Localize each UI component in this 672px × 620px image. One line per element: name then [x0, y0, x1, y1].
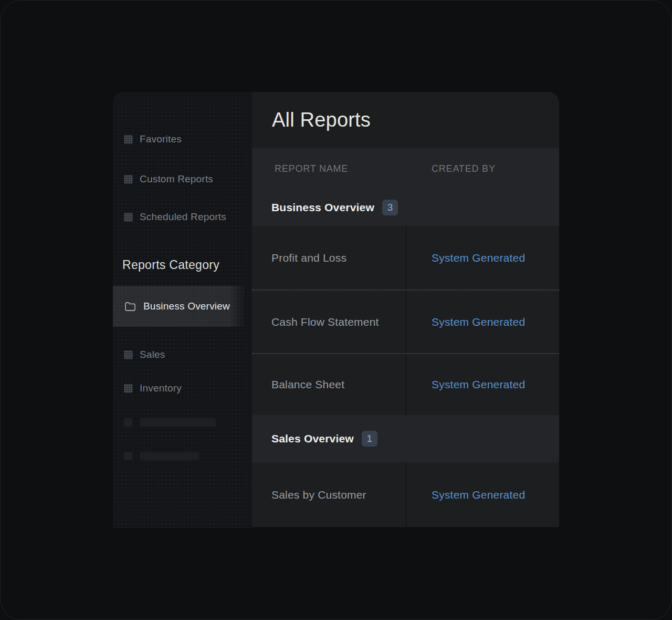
sidebar-item-business-overview-selected[interactable]: Business Overview: [113, 286, 245, 327]
group-count-badge: 3: [382, 200, 398, 215]
table-header-block: REPORT NAME CREATED BY Business Overview…: [252, 148, 559, 226]
sidebar-skeleton-item: [124, 452, 199, 460]
favorites-icon: [124, 135, 133, 144]
sidebar-item-label: Sales: [140, 349, 165, 360]
skeleton-icon: [124, 418, 132, 427]
sidebar-item-label: Favorites: [140, 133, 182, 145]
sidebar-item-scheduled-reports[interactable]: Scheduled Reports: [124, 210, 226, 224]
page-title: All Reports: [272, 109, 371, 131]
sidebar-item-label: Inventory: [140, 383, 182, 394]
skeleton-bar: [140, 452, 199, 460]
sidebar-item-label: Custom Reports: [140, 173, 213, 185]
column-header-created-by: CREATED BY: [406, 163, 559, 174]
group-row-business-overview[interactable]: Business Overview 3: [252, 189, 559, 226]
table-row[interactable]: Cash Flow Statement System Generated: [252, 290, 559, 353]
report-name-cell[interactable]: Balance Sheet: [252, 354, 406, 415]
group-row-sales-overview[interactable]: Sales Overview 1: [252, 415, 559, 462]
sidebar-item-label: Scheduled Reports: [140, 211, 226, 223]
sidebar-item-sales[interactable]: Sales: [124, 347, 165, 362]
table-row[interactable]: Sales by Customer System Generated: [252, 462, 559, 527]
reports-main: All Reports REPORT NAME CREATED BY Busin…: [252, 92, 559, 528]
table-row[interactable]: Profit and Loss System Generated: [252, 226, 559, 290]
reports-category-heading: Reports Category: [122, 258, 219, 272]
table-header-row: REPORT NAME CREATED BY: [252, 148, 559, 189]
sidebar: Favorites Custom Reports Scheduled Repor…: [113, 92, 252, 528]
sidebar-item-custom-reports[interactable]: Custom Reports: [124, 172, 213, 187]
report-name-cell[interactable]: Sales by Customer: [252, 462, 406, 527]
sidebar-item-favorites[interactable]: Favorites: [124, 132, 182, 147]
column-header-report-name: REPORT NAME: [252, 163, 406, 174]
skeleton-icon: [124, 452, 132, 460]
group-name: Business Overview: [271, 201, 374, 214]
group-name: Sales Overview: [271, 432, 354, 445]
created-by-cell: System Generated: [406, 226, 559, 290]
sidebar-item-inventory[interactable]: Inventory: [124, 381, 182, 396]
sidebar-selected-label: Business Overview: [143, 301, 230, 312]
created-by-link[interactable]: System Generated: [432, 378, 525, 391]
scheduled-reports-icon: [124, 213, 133, 222]
created-by-link[interactable]: System Generated: [432, 316, 525, 328]
sidebar-skeleton-item: [124, 418, 216, 427]
custom-reports-icon: [124, 175, 133, 184]
created-by-link[interactable]: System Generated: [432, 252, 525, 264]
folder-icon: [124, 302, 136, 312]
created-by-cell: System Generated: [406, 462, 559, 527]
inventory-icon: [124, 384, 133, 393]
reports-panel: Favorites Custom Reports Scheduled Repor…: [113, 92, 559, 528]
created-by-cell: System Generated: [406, 354, 559, 415]
skeleton-bar: [140, 418, 216, 427]
created-by-cell: System Generated: [406, 291, 559, 353]
main-header: All Reports: [252, 92, 559, 148]
created-by-link[interactable]: System Generated: [432, 489, 525, 501]
report-name-cell[interactable]: Profit and Loss: [252, 226, 406, 290]
report-name-cell[interactable]: Cash Flow Statement: [252, 291, 406, 353]
group-count-badge: 1: [362, 431, 377, 447]
table-row[interactable]: Balance Sheet System Generated: [252, 353, 559, 415]
sales-icon: [124, 350, 133, 359]
